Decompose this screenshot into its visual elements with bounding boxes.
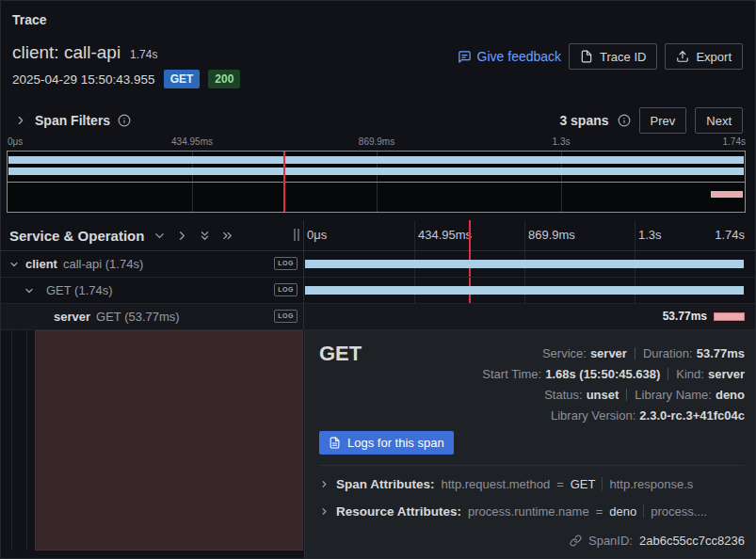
header-actions: Give feedback Trace ID Export: [458, 43, 743, 70]
span-service-name: server: [54, 310, 90, 324]
attribute-key: http.request.method: [442, 477, 551, 491]
attribute-key: process.runtime.name: [468, 504, 589, 519]
minimap-viewport-edge[interactable]: [8, 182, 745, 183]
minimap-span-bar-get: [8, 168, 744, 175]
timeline-tick: 0μs: [307, 228, 327, 242]
minimap-tick: 0μs: [8, 136, 23, 147]
tree-guide-line: [11, 330, 12, 551]
span-row-server-label[interactable]: server GET (53.77ms) LOG: [1, 304, 304, 329]
span-row-client-label[interactable]: client call-api (1.74s) LOG: [1, 251, 304, 277]
status-code-badge: 200: [208, 70, 240, 88]
timeline-tick: 869.9ms: [528, 228, 575, 242]
span-row-client[interactable]: client call-api (1.74s) LOG: [1, 251, 756, 278]
timeline-tick: 434.95ms: [418, 228, 472, 242]
timeline-tick: 1.74s: [715, 228, 745, 242]
prev-span-button[interactable]: Prev: [639, 107, 687, 134]
trace-title-row: client: call-api 1.74s: [12, 42, 157, 63]
meta-label: Duration:: [643, 346, 693, 360]
truncation-fade: [714, 502, 756, 520]
next-span-button[interactable]: Next: [695, 107, 743, 134]
span-filters-toggle[interactable]: Span Filters: [14, 106, 131, 135]
span-track[interactable]: [304, 278, 745, 303]
span-attributes-row[interactable]: Span Attributes: http.request.method = G…: [319, 474, 756, 493]
info-icon[interactable]: [618, 114, 631, 127]
meta-value: 53.77ms: [697, 346, 745, 360]
trace-id-label: Trace ID: [600, 50, 646, 64]
resource-attributes-row[interactable]: Resource Attributes: process.runtime.nam…: [319, 502, 756, 520]
attribute-separator: [643, 504, 644, 518]
minimap-tick: 1.74s: [723, 136, 746, 147]
link-icon[interactable]: [570, 535, 582, 547]
meta-value: server: [590, 346, 627, 360]
meta-label: Start Time:: [482, 367, 541, 381]
method-badge: GET: [164, 70, 201, 88]
give-feedback-link[interactable]: Give feedback: [458, 49, 562, 64]
span-track[interactable]: 53.77ms: [304, 304, 745, 329]
feedback-comment-icon: [458, 50, 472, 64]
double-chevron-right-icon[interactable]: [220, 229, 234, 243]
meta-label: Kind:: [676, 367, 704, 381]
span-detail-title: GET: [319, 342, 362, 366]
logs-for-span-button[interactable]: Logs for this span: [319, 431, 454, 455]
span-row-get-label[interactable]: GET (1.74s) LOG: [1, 278, 304, 303]
trace-meta-row: 2025-04-29 15:50:43.955 GET 200: [12, 70, 240, 88]
logs-button-label: Logs for this span: [347, 436, 444, 450]
meta-row: Start Time:1.68s (15:50:45.638)Kind:serv…: [380, 364, 745, 385]
meta-separator: [635, 347, 635, 359]
span-duration-bar[interactable]: [305, 286, 744, 295]
minimap-span-bar-client: [8, 156, 744, 164]
trace-id-button[interactable]: Trace ID: [569, 43, 657, 70]
meta-row: Library Version:2.3.0-rc.3+41fc04c: [380, 406, 745, 426]
chevron-right-icon: [14, 114, 27, 127]
attribute-separator: [602, 477, 603, 490]
minimap-tick: 869.9ms: [359, 136, 394, 147]
timeline-header: Service & Operation 0μs 434.95ms 869.9ms…: [1, 220, 756, 251]
minimap-cursor-line: [283, 152, 285, 212]
span-row-server[interactable]: server GET (53.77ms) LOG 53.77ms: [1, 304, 756, 330]
meta-row: Service:serverDuration:53.77ms: [380, 343, 745, 364]
log-badge[interactable]: LOG: [274, 310, 298, 323]
chevron-down-icon[interactable]: [24, 285, 35, 296]
meta-value: 2.3.0-rc.3+41fc04c: [639, 408, 745, 423]
export-label: Export: [696, 50, 732, 64]
double-chevron-down-icon[interactable]: [198, 229, 212, 243]
span-duration-bar[interactable]: [305, 260, 744, 268]
meta-label: Library Name:: [635, 388, 712, 402]
page-title: Trace: [12, 12, 47, 27]
attribute-value: GET: [571, 477, 596, 491]
span-operation-name: call-api (1.74s): [63, 257, 143, 271]
span-row-get[interactable]: GET (1.74s) LOG: [1, 278, 756, 304]
service-operation-header: Service & Operation: [1, 220, 304, 250]
panel-resize-handle[interactable]: [294, 229, 299, 241]
chevron-right-icon[interactable]: [175, 229, 189, 243]
export-button[interactable]: Export: [665, 43, 743, 70]
resource-attributes-label: Resource Attributes:: [336, 504, 461, 519]
timeline-tick: 1.3s: [638, 228, 662, 242]
attribute-equals: =: [596, 504, 603, 519]
minimap-tick: 1.3s: [553, 136, 571, 147]
info-icon[interactable]: [118, 114, 131, 127]
chevron-right-icon: [319, 506, 330, 517]
meta-row: Status:unsetLibrary Name:deno: [380, 385, 745, 406]
meta-label: Library Version:: [551, 408, 635, 423]
chevron-down-icon[interactable]: [8, 259, 20, 270]
log-badge[interactable]: LOG: [274, 257, 298, 270]
meta-label: Service:: [542, 346, 587, 360]
span-operation-name: GET (53.77ms): [96, 310, 180, 324]
service-operation-title: Service & Operation: [9, 228, 144, 244]
attribute-value: deno: [609, 504, 636, 519]
chevron-down-icon[interactable]: [153, 229, 167, 243]
minimap-axis: 0μs 434.95ms 869.9ms 1.3s 1.74s: [7, 136, 746, 149]
log-file-icon: [329, 437, 341, 449]
span-duration-bar-selected[interactable]: [714, 312, 745, 321]
span-bar-duration-label: 53.77ms: [663, 304, 707, 329]
span-operation-name: GET (1.74s): [46, 283, 113, 297]
trace-minimap[interactable]: [7, 151, 746, 213]
selected-span-highlight-block: [35, 330, 303, 551]
log-badge[interactable]: LOG: [274, 283, 298, 296]
meta-value: unset: [587, 388, 619, 402]
span-detail-meta: Service:serverDuration:53.77ms Start Tim…: [380, 343, 745, 426]
trace-name: client: call-api: [12, 42, 121, 63]
span-track[interactable]: [304, 251, 745, 277]
truncation-fade: [714, 474, 756, 493]
